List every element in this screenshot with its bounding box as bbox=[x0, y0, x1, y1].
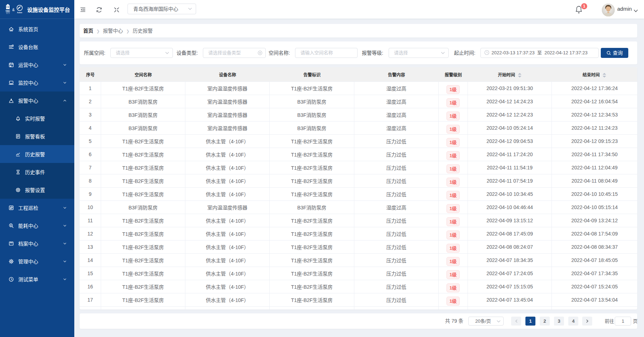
svg-text:JIC.V: JIC.V bbox=[6, 13, 10, 14]
svg-text:&: & bbox=[12, 8, 15, 12]
svg-text:Action: Action bbox=[17, 12, 22, 14]
svg-text:H&C: H&C bbox=[6, 10, 10, 12]
